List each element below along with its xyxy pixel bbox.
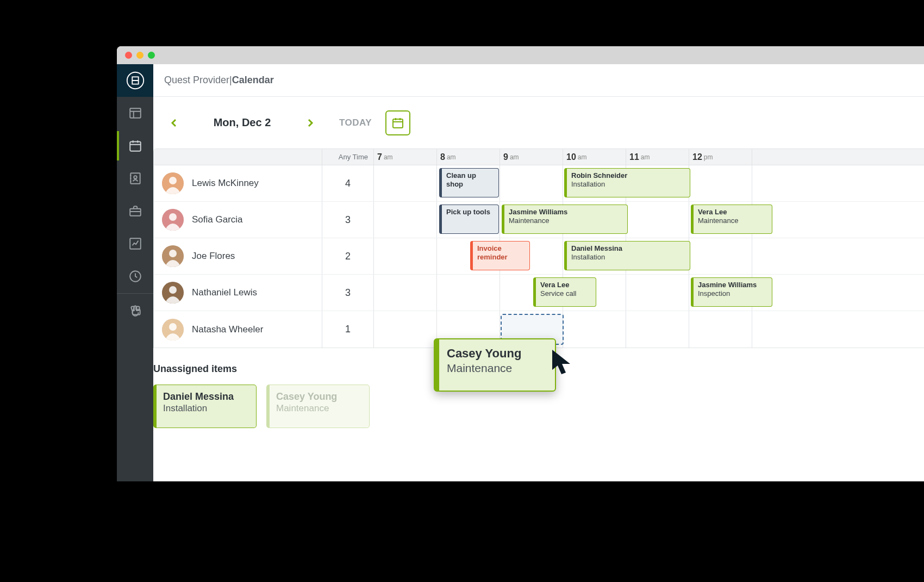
event-subtitle: Installation bbox=[571, 253, 685, 262]
jobber-logo[interactable] bbox=[117, 64, 153, 97]
card-subtitle: Installation bbox=[163, 403, 249, 414]
unassigned-card[interactable]: Casey YoungMaintenance bbox=[266, 385, 370, 428]
person-name: Natasha Wheeler bbox=[192, 324, 263, 335]
event-title: Pick up tools bbox=[446, 208, 494, 216]
svg-point-10 bbox=[169, 177, 177, 184]
calendar-event[interactable]: Pick up tools bbox=[439, 205, 499, 234]
event-track: Vera LeeService callJasmine WilliamsInsp… bbox=[374, 275, 924, 311]
event-track: Invoice reminderDaniel MessinaInstallati… bbox=[374, 238, 924, 274]
event-subtitle: Service call bbox=[540, 289, 591, 298]
anytime-count[interactable]: 3 bbox=[322, 275, 374, 311]
unassigned-card[interactable]: Daniel MessinaInstallation bbox=[153, 385, 257, 428]
nav-separator bbox=[117, 293, 153, 294]
time-column-header: 7am bbox=[374, 149, 437, 165]
avatar bbox=[162, 172, 184, 194]
event-title: Jasmine Williams bbox=[509, 208, 623, 216]
anytime-count[interactable]: 4 bbox=[322, 165, 374, 201]
sidebar bbox=[117, 64, 153, 481]
app-window: Quest Provider | Calendar Mon, Dec 2 TOD… bbox=[117, 46, 924, 481]
time-column-header: 8am bbox=[437, 149, 500, 165]
event-title: Clean up shop bbox=[446, 171, 494, 189]
card-subtitle: Maintenance bbox=[276, 403, 363, 414]
svg-point-4 bbox=[134, 176, 136, 178]
svg-point-12 bbox=[169, 213, 177, 221]
schedule-row: Joe Flores2Invoice reminderDaniel Messin… bbox=[154, 238, 924, 275]
nav-calendar[interactable] bbox=[117, 129, 153, 162]
person-name: Sofia Garcia bbox=[192, 214, 243, 225]
card-title: Daniel Messina bbox=[163, 391, 249, 403]
nav-feedback[interactable] bbox=[117, 294, 153, 327]
breadcrumb-page: Calendar bbox=[232, 75, 274, 86]
anytime-count[interactable]: 3 bbox=[322, 202, 374, 238]
calendar-event[interactable]: Invoice reminder bbox=[470, 241, 530, 270]
calendar-event[interactable]: Daniel MessinaInstallation bbox=[564, 241, 690, 270]
prev-day-button[interactable] bbox=[164, 113, 184, 133]
drag-preview-card[interactable]: Casey Young Maintenance bbox=[434, 338, 556, 392]
window-close-button[interactable] bbox=[125, 52, 132, 59]
cursor-icon bbox=[550, 348, 577, 380]
nav-work[interactable] bbox=[117, 195, 153, 227]
svg-point-16 bbox=[169, 286, 177, 294]
nav-timesheet[interactable] bbox=[117, 260, 153, 293]
event-title: Jasmine Williams bbox=[698, 281, 767, 289]
nav-clients[interactable] bbox=[117, 162, 153, 195]
window-titlebar bbox=[117, 46, 924, 64]
calendar-event[interactable]: Clean up shop bbox=[439, 168, 499, 197]
schedule-row: Sofia Garcia3Pick up toolsJasmine Willia… bbox=[154, 202, 924, 238]
svg-rect-8 bbox=[393, 119, 403, 128]
anytime-count[interactable]: 2 bbox=[322, 238, 374, 274]
time-column-header: 12pm bbox=[689, 149, 752, 165]
breadcrumb-company: Quest Provider bbox=[164, 75, 229, 86]
event-subtitle: Inspection bbox=[698, 289, 767, 298]
svg-rect-2 bbox=[130, 141, 141, 151]
nav-dashboard[interactable] bbox=[117, 97, 153, 129]
drag-card-title: Casey Young bbox=[447, 346, 547, 362]
event-title: Vera Lee bbox=[540, 281, 591, 289]
person-name: Joe Flores bbox=[192, 251, 235, 262]
window-minimize-button[interactable] bbox=[136, 52, 143, 59]
main-content: Quest Provider | Calendar Mon, Dec 2 TOD… bbox=[153, 64, 924, 481]
avatar bbox=[162, 209, 184, 231]
drag-card-subtitle: Maintenance bbox=[447, 362, 547, 375]
today-button[interactable]: TODAY bbox=[339, 117, 372, 128]
event-subtitle: Maintenance bbox=[509, 216, 623, 225]
person-name: Lewis McKinney bbox=[192, 178, 259, 189]
calendar-event[interactable]: Vera LeeMaintenance bbox=[691, 205, 772, 234]
window-maximize-button[interactable] bbox=[148, 52, 155, 59]
event-subtitle: Maintenance bbox=[698, 216, 767, 225]
event-title: Daniel Messina bbox=[571, 244, 685, 253]
nav-reports[interactable] bbox=[117, 227, 153, 260]
event-title: Vera Lee bbox=[698, 208, 767, 216]
anytime-header: Any Time bbox=[322, 149, 374, 165]
avatar bbox=[162, 245, 184, 267]
event-track: Clean up shopRobin SchneiderInstallation bbox=[374, 165, 924, 201]
grid-header: Any Time 7am8am9am10am11am12pm bbox=[154, 149, 924, 165]
event-title: Invoice reminder bbox=[477, 244, 525, 262]
card-title: Casey Young bbox=[276, 391, 363, 403]
anytime-count[interactable]: 1 bbox=[322, 311, 374, 348]
date-picker-button[interactable] bbox=[385, 110, 410, 135]
schedule-grid: Any Time 7am8am9am10am11am12pm Lewis McK… bbox=[153, 148, 924, 348]
person-name: Nathaniel Lewis bbox=[192, 287, 257, 298]
date-toolbar: Mon, Dec 2 TODAY bbox=[153, 97, 924, 148]
breadcrumb: Quest Provider | Calendar bbox=[153, 64, 924, 97]
schedule-row: Nathaniel Lewis3Vera LeeService callJasm… bbox=[154, 275, 924, 311]
svg-rect-1 bbox=[130, 108, 141, 117]
time-column-header: 10am bbox=[563, 149, 626, 165]
person-cell[interactable]: Lewis McKinney bbox=[154, 165, 322, 201]
event-title: Robin Schneider bbox=[571, 171, 685, 180]
calendar-event[interactable]: Robin SchneiderInstallation bbox=[564, 168, 690, 197]
time-column-header: 9am bbox=[500, 149, 563, 165]
person-cell[interactable]: Nathaniel Lewis bbox=[154, 275, 322, 311]
next-day-button[interactable] bbox=[301, 113, 320, 133]
person-cell[interactable]: Sofia Garcia bbox=[154, 202, 322, 238]
schedule-row: Lewis McKinney4Clean up shopRobin Schnei… bbox=[154, 165, 924, 202]
calendar-event[interactable]: Vera LeeService call bbox=[533, 277, 596, 307]
calendar-event[interactable]: Jasmine WilliamsInspection bbox=[691, 277, 772, 307]
person-cell[interactable]: Natasha Wheeler bbox=[154, 311, 322, 348]
time-column-header: 11am bbox=[626, 149, 689, 165]
person-cell[interactable]: Joe Flores bbox=[154, 238, 322, 274]
calendar-event[interactable]: Jasmine WilliamsMaintenance bbox=[502, 205, 628, 234]
avatar bbox=[162, 282, 184, 304]
event-track: Pick up toolsJasmine WilliamsMaintenance… bbox=[374, 202, 924, 238]
